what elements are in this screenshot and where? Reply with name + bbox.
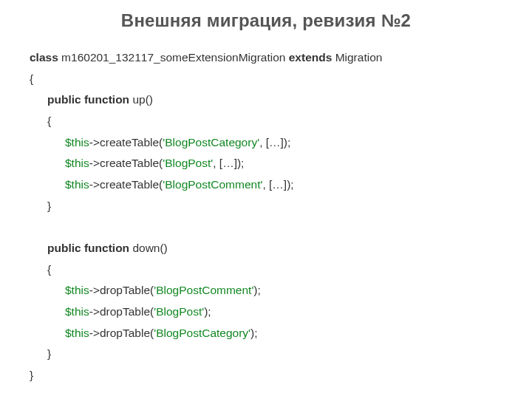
this-token: $this [65,327,89,339]
down-declaration: public function down() [30,238,502,259]
up-close-brace: } [30,196,502,217]
down-open-brace: { [30,259,502,281]
down-name: down() [129,242,168,254]
kw-extends: extends [289,51,332,64]
up-line-1: $this->createTable('BlogPost', […]); [30,153,502,174]
down-line-0: $this->dropTable('BlogPostComment'); [30,280,502,301]
blank-line [30,216,502,238]
this-token: $this [65,284,89,296]
down-line-2: $this->dropTable('BlogPostCategory'); [30,323,502,344]
call-part: ->dropTable( [89,327,154,339]
this-token: $this [65,305,89,318]
call-part: ->createTable( [89,178,163,191]
this-token: $this [65,157,89,169]
call-part: ); [250,327,257,339]
up-name: up() [129,93,153,106]
code-block: class m160201_132117_someExtensionMigrat… [30,47,502,386]
str-token: 'BlogPostCategory' [163,136,259,149]
str-token: 'BlogPostCategory' [154,327,250,339]
base-class: Migration [332,51,382,64]
kw-class: class [30,51,58,64]
close-brace: } [30,365,502,386]
call-part: ->createTable( [89,157,163,169]
call-part: ); [204,305,211,318]
class-declaration: class m160201_132117_someExtensionMigrat… [30,47,502,69]
class-name: m160201_132117_someExtensionMigration [58,51,289,64]
kw-public-function: public function [47,93,129,106]
up-declaration: public function up() [30,89,502,111]
up-line-0: $this->createTable('BlogPostCategory', [… [30,132,502,154]
up-line-2: $this->createTable('BlogPostComment', […… [30,174,502,196]
slide-title: Внешняя миграция, ревизия №2 [30,10,502,31]
str-token: 'BlogPostComment' [163,178,262,191]
up-open-brace: { [30,111,502,132]
call-part: ->dropTable( [89,284,154,296]
call-part: ); [253,284,260,296]
call-part: , […]); [259,136,290,149]
call-part: ->createTable( [89,136,163,149]
str-token: 'BlogPost' [163,157,213,169]
call-part: , […]); [262,178,293,191]
down-line-1: $this->dropTable('BlogPost'); [30,301,502,323]
str-token: 'BlogPost' [154,305,204,318]
call-part: ->dropTable( [89,305,154,318]
this-token: $this [65,178,89,191]
str-token: 'BlogPostComment' [154,284,253,296]
this-token: $this [65,136,89,149]
kw-public-function: public function [47,242,129,254]
down-close-brace: } [30,344,502,365]
open-brace: { [30,69,502,90]
call-part: , […]); [213,157,244,169]
